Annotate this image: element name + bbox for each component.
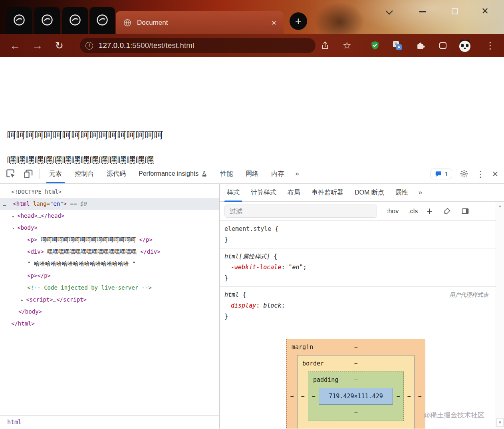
pinned-tab-3[interactable] bbox=[62, 7, 88, 34]
padding-left-value[interactable]: − bbox=[308, 388, 319, 405]
tree-line-html-open[interactable]: … <html lang="en"> == $0 bbox=[0, 198, 219, 210]
pinned-tab-1[interactable] bbox=[6, 7, 32, 34]
issues-button[interactable]: 1 bbox=[431, 169, 452, 179]
style-rule-line[interactable]: element.style { bbox=[224, 224, 492, 234]
tree-line-body-open[interactable]: ▾ <body> bbox=[0, 222, 219, 234]
tab-dom-breakpoints[interactable]: DOM 断点 bbox=[349, 184, 390, 202]
back-button[interactable]: ← bbox=[10, 34, 20, 57]
side-panel-button[interactable] bbox=[438, 34, 448, 57]
new-style-rule-button[interactable]: + bbox=[427, 205, 433, 217]
border-top-value[interactable]: − bbox=[354, 356, 357, 371]
tab-elements[interactable]: 元素 bbox=[43, 164, 68, 183]
token-grey: <!DOCTYPE html> bbox=[11, 189, 62, 195]
style-rule-line[interactable]: html[属性样式] { bbox=[224, 251, 492, 262]
element-classes-button[interactable]: .cls bbox=[408, 208, 418, 215]
margin-top-value[interactable]: − bbox=[354, 339, 357, 355]
device-toolbar-button[interactable] bbox=[23, 169, 34, 179]
reload-button[interactable]: ↻ bbox=[55, 34, 63, 57]
token-tag: <body> bbox=[17, 224, 38, 231]
style-rule-html-attributes[interactable]: html[属性样式] { -webkit-locale: "en"; } bbox=[220, 248, 496, 287]
chevron-down-icon[interactable] bbox=[385, 7, 393, 14]
tree-line-body-close[interactable]: </body> bbox=[0, 306, 219, 318]
devtools-settings-button[interactable] bbox=[460, 169, 468, 178]
tab-performance-insights[interactable]: Performance insights bbox=[132, 164, 214, 183]
styles-filter-input[interactable] bbox=[224, 205, 377, 218]
style-rule-selector[interactable]: html { bbox=[224, 290, 246, 300]
site-logo-icon bbox=[13, 14, 25, 26]
tab-sources[interactable]: 源代码 bbox=[100, 164, 132, 183]
forward-button[interactable]: → bbox=[32, 34, 43, 57]
tab-performance[interactable]: 性能 bbox=[214, 164, 239, 183]
devtools-close-button[interactable]: × bbox=[492, 169, 498, 179]
new-tab-button[interactable]: + bbox=[290, 12, 307, 30]
tree-line-doctype[interactable]: <!DOCTYPE html> bbox=[0, 186, 219, 198]
tab-network[interactable]: 网络 bbox=[239, 164, 265, 183]
box-model-diagram[interactable]: margin − − border − bbox=[286, 339, 425, 429]
tab-memory[interactable]: 内存 bbox=[265, 164, 290, 183]
token-tag: </head> bbox=[41, 213, 64, 219]
box-model-content-size[interactable]: 719.429×111.429 bbox=[319, 388, 393, 405]
margin-left-value[interactable]: − bbox=[287, 355, 297, 429]
scroll-down-icon[interactable]: ▼ bbox=[496, 418, 504, 427]
tab-event-listeners[interactable]: 事件监听器 bbox=[306, 184, 349, 202]
tree-line-html-close[interactable]: </html> bbox=[0, 318, 219, 330]
minimize-icon[interactable] bbox=[419, 11, 426, 12]
share-button[interactable] bbox=[320, 34, 330, 57]
style-rule-html-user-agent[interactable]: html { 用户代理样式表 display: block; } bbox=[220, 287, 496, 325]
tab-close-icon[interactable]: × bbox=[272, 18, 276, 28]
style-origin-label[interactable]: 用户代理样式表 bbox=[449, 290, 488, 300]
scrollbar[interactable]: ▲ ▼ bbox=[496, 202, 504, 429]
maximize-icon[interactable] bbox=[452, 8, 458, 14]
more-tabs-button[interactable]: » bbox=[290, 164, 304, 183]
border-left-value[interactable]: − bbox=[298, 371, 308, 421]
padding-right-value[interactable]: − bbox=[393, 388, 403, 405]
breadcrumb-item-html[interactable]: html bbox=[7, 419, 22, 426]
kebab-icon: ⋮ bbox=[486, 40, 495, 51]
pinned-tab-4[interactable] bbox=[89, 7, 115, 34]
box-model-border[interactable]: border − − padding bbox=[297, 355, 415, 429]
tree-line-text-node[interactable]: " 哈哈哈哈哈哈哈哈哈哈哈哈哈哈哈哈哈 " bbox=[0, 258, 219, 270]
window-close-icon[interactable]: × bbox=[482, 4, 488, 18]
tab-computed[interactable]: 计算样式 bbox=[245, 184, 282, 202]
rendering-emulation-button[interactable] bbox=[443, 207, 451, 215]
box-model-margin[interactable]: margin − − border − bbox=[286, 339, 425, 429]
scroll-up-icon[interactable]: ▲ bbox=[498, 204, 502, 208]
browser-tab-active[interactable]: Document × bbox=[116, 11, 284, 34]
token-cval: "en" bbox=[289, 264, 303, 271]
extensions-button[interactable] bbox=[415, 34, 425, 57]
address-bar[interactable]: i 127.0.0.1:5500/test/test.html bbox=[80, 38, 315, 53]
style-declaration[interactable]: -webkit-locale: "en"; bbox=[224, 262, 492, 273]
pinned-tab-2[interactable] bbox=[34, 7, 60, 34]
tree-line-comment[interactable]: <!-- Code injected by live-server --> bbox=[0, 282, 219, 294]
devtools-menu-button[interactable]: ⋮ bbox=[476, 170, 484, 178]
profile-avatar[interactable] bbox=[458, 34, 472, 57]
paint-brush-icon bbox=[443, 207, 451, 215]
tree-line-head[interactable]: ▸ <head>…</head> bbox=[0, 210, 219, 222]
tab-styles[interactable]: 样式 bbox=[221, 184, 245, 202]
more-tabs-button[interactable]: » bbox=[414, 189, 427, 197]
padding-top-value[interactable]: − bbox=[354, 372, 357, 388]
box-model-padding[interactable]: padding − − 719.429×111.429 − bbox=[308, 371, 404, 421]
tree-line-p2[interactable]: <p></p> bbox=[0, 270, 219, 282]
border-right-value[interactable]: − bbox=[404, 371, 414, 421]
border-bottom-value[interactable]: − bbox=[354, 421, 357, 429]
tree-line-div[interactable]: <div> 嘿嘿嘿嘿嘿嘿嘿嘿嘿嘿嘿嘿嘿嘿嘿嘿 </div> bbox=[0, 246, 219, 258]
toggle-element-state-button[interactable]: :hov bbox=[387, 208, 399, 215]
padding-bottom-value[interactable]: − bbox=[354, 405, 357, 421]
adblock-extension-button[interactable] bbox=[370, 34, 380, 57]
bookmark-button[interactable]: ☆ bbox=[343, 34, 351, 57]
tab-layout[interactable]: 布局 bbox=[282, 184, 306, 202]
inspect-element-button[interactable] bbox=[6, 169, 16, 179]
browser-menu-button[interactable]: ⋮ bbox=[486, 34, 495, 57]
url-text[interactable]: 127.0.0.1:5500/test/test.html bbox=[99, 41, 194, 50]
tree-line-script[interactable]: ▸ <script>…</script> bbox=[0, 294, 219, 306]
tab-console[interactable]: 控制台 bbox=[68, 164, 100, 183]
site-info-icon[interactable]: i bbox=[85, 42, 93, 50]
translate-extension-button[interactable] bbox=[392, 34, 403, 57]
square-icon bbox=[438, 41, 448, 50]
tab-properties[interactable]: 属性 bbox=[390, 184, 414, 202]
style-declaration[interactable]: display: block; bbox=[224, 300, 492, 311]
computed-panel-toggle-button[interactable] bbox=[461, 207, 469, 215]
tree-line-p1[interactable]: <p> 呵呵呵呵呵呵呵呵呵呵呵呵呵呵呵呵呵 </p> bbox=[0, 234, 219, 246]
style-rule-element-style[interactable]: element.style { } bbox=[220, 221, 496, 248]
